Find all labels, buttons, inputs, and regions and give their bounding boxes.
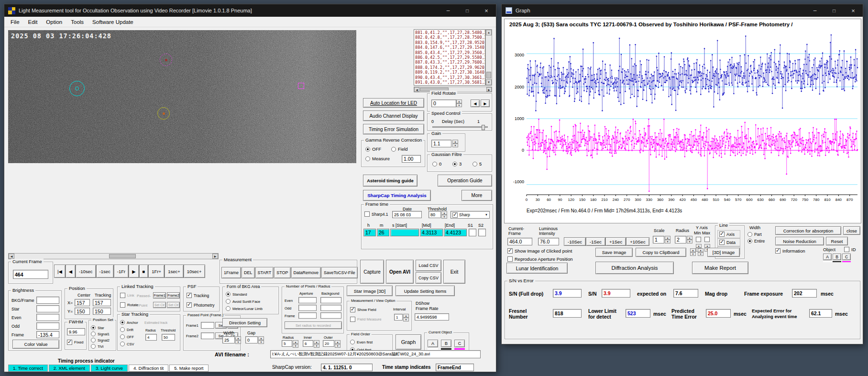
graph-current-frame-field[interactable]: 464.0 (507, 238, 532, 245)
timing-stage[interactable]: 2. XML element (49, 365, 90, 372)
width-option-radio[interactable]: Entire (747, 239, 765, 243)
current-object-button[interactable]: C (454, 340, 465, 347)
date-input[interactable]: 25 08 03 (392, 211, 422, 218)
measurement-button[interactable]: 1Frame (221, 267, 241, 278)
object-button[interactable]: A (823, 254, 832, 260)
speed-slider[interactable] (432, 126, 488, 128)
playback-button[interactable]: 1sec+ (165, 265, 184, 278)
lt-setclr1-button[interactable]: Set Clr (153, 302, 166, 308)
gaussian-3-radio[interactable]: 3 (452, 161, 461, 166)
playback-button[interactable]: ◀ (66, 265, 76, 278)
gamma-value-input[interactable]: 1.00 (402, 155, 421, 163)
lunar-identification-button[interactable]: Lunar Identification (506, 263, 568, 274)
lower-limit-field[interactable]: 523 (626, 309, 650, 318)
bkg-sunlit-radio[interactable]: Avoid Sunlit Face (226, 299, 260, 304)
line-option-checkbox[interactable]: Axis (717, 230, 740, 238)
reset-button[interactable]: Reset (826, 237, 848, 245)
playback-button[interactable]: ■ (139, 265, 149, 278)
px-even-ap-field[interactable] (298, 297, 317, 303)
outer-field[interactable]: 20 (323, 340, 334, 347)
measurement-button[interactable]: START (255, 267, 274, 278)
maximize-icon[interactable] (458, 4, 477, 17)
rotate-checkbox[interactable]: Rotate (120, 302, 139, 308)
maximize-icon[interactable] (824, 4, 844, 17)
second-start-field[interactable] (390, 229, 419, 236)
minimize-icon[interactable] (805, 4, 824, 17)
graph-button[interactable]: Graph (396, 334, 421, 350)
scroll-up-icon[interactable]: ▲ (486, 30, 492, 35)
load-csv-button[interactable]: Load CSV (416, 260, 441, 271)
st-radius-field[interactable]: 4 (145, 334, 157, 341)
luminous-intensity-field[interactable]: 76.0 (538, 238, 559, 245)
save-image-button[interactable]: Save Image (595, 248, 633, 257)
fresnel-field[interactable]: 818 (553, 309, 582, 318)
color-value-button[interactable]: Color Value (12, 340, 59, 349)
even-field[interactable] (36, 314, 59, 321)
sharpcap-version-field[interactable]: 4. 1. 11251. 0 (321, 364, 373, 371)
measurement-button[interactable]: DataRemove (291, 267, 321, 278)
frame-exposure-field[interactable]: 202 (792, 289, 817, 298)
bkg-frame-field[interactable] (36, 297, 59, 304)
width-spinner[interactable] (235, 336, 241, 343)
gap-field[interactable]: 0 (245, 336, 258, 343)
scroll-down-icon[interactable]: ▼ (486, 79, 492, 85)
lt-setclr2-button[interactable]: Set Clr (167, 302, 180, 308)
current-frame-field[interactable]: 464 (13, 270, 48, 279)
interval-field[interactable]: 1 (394, 314, 403, 321)
menu-item[interactable]: Software Update (88, 18, 138, 26)
diffraction-analysis-button[interactable]: Diffraction Analysis (595, 262, 674, 274)
correction-absorption-button[interactable]: Correction for absorption (775, 226, 841, 235)
field-rotate-input[interactable]: 0 (431, 100, 456, 107)
posset-signal1-radio[interactable]: Signal1 (91, 332, 110, 336)
show-field-checkbox[interactable]: Show Field (350, 307, 376, 312)
time-nav-button[interactable]: +10Sec (626, 237, 649, 246)
rotate-right-icon[interactable]: ► (481, 100, 490, 107)
sn-field[interactable]: 3.9 (602, 289, 630, 298)
gamma-off-radio[interactable]: OFF (365, 146, 381, 152)
y-tracking-field[interactable]: 150 (93, 308, 111, 315)
operation-guide-button[interactable]: Operation Guide (438, 175, 492, 187)
timing-stage[interactable]: 1. Time correct (8, 365, 48, 372)
object-button[interactable]: C (842, 254, 851, 260)
gamma-measure-radio[interactable]: Measure (365, 156, 390, 161)
line-option-checkbox[interactable]: Data (717, 238, 740, 246)
copy-clipboard-button[interactable]: Copy to ClipBoard (636, 248, 686, 257)
threshold-input[interactable]: 80 (429, 211, 441, 218)
measurement-button[interactable]: SaveToCSV-File (321, 267, 358, 278)
csv-data-panel[interactable]: 881.0,41.2,"",17,27,28.5480,28.6490,17,2… (414, 29, 485, 86)
image-3d-button[interactable]: [3D] Image (707, 248, 740, 257)
graph-titlebar[interactable]: Graph (502, 4, 863, 17)
close-graph-button[interactable]: close (843, 226, 860, 235)
sn-full-field[interactable]: 3.9 (553, 289, 582, 298)
outer-spinner[interactable] (335, 340, 341, 347)
sharpcap-timing-analysis-button[interactable]: SharpCap Timing Analysis (363, 190, 431, 201)
show-image-clicked-checkbox[interactable]: Show Image of Clicked point (507, 248, 572, 254)
y-min-checkbox[interactable] (696, 237, 701, 242)
menu-item[interactable]: File (6, 18, 24, 26)
hour-field[interactable]: 17 (363, 229, 376, 236)
copy-csv-button[interactable]: Copy CSV (416, 272, 441, 284)
frame-brightness-field[interactable]: -135.4 (36, 331, 59, 338)
timing-stage[interactable]: 3. Light curve (91, 365, 128, 372)
playback-button[interactable]: |◀ (54, 265, 66, 278)
gamma-field-radio[interactable]: Field (391, 146, 408, 152)
predicted-error-field[interactable]: 25.0 (706, 309, 731, 318)
gain-spinner[interactable] (452, 140, 458, 147)
time-nav-button[interactable]: +1Sec (605, 237, 626, 246)
data-vertical-scrollbar[interactable]: ▲ ▼ (485, 29, 492, 86)
set-radius-recorded-button[interactable]: Set radius to recorded (285, 321, 342, 329)
posset-star-radio[interactable]: Star (91, 325, 104, 330)
link-checkbox[interactable]: Link (120, 293, 134, 298)
open-avi-button[interactable]: Open AVI (386, 260, 414, 284)
aperture-marker-comparison-icon[interactable] (160, 54, 172, 66)
direction-setting-button[interactable]: Direction Setting (222, 318, 267, 327)
width-field[interactable]: 25 (222, 336, 235, 343)
gaussian-5-radio[interactable]: 5 (472, 161, 482, 166)
menu-item[interactable]: Option (42, 18, 66, 26)
scroll-right-icon[interactable]: ▶ (486, 87, 492, 92)
y-field[interactable]: 150 (75, 308, 90, 315)
gain-input[interactable]: 1.1 (431, 140, 451, 147)
radius-field[interactable]: 5 (282, 340, 292, 347)
slider-left-icon[interactable]: ◀ (9, 254, 14, 259)
interval-spinner[interactable] (403, 314, 409, 321)
